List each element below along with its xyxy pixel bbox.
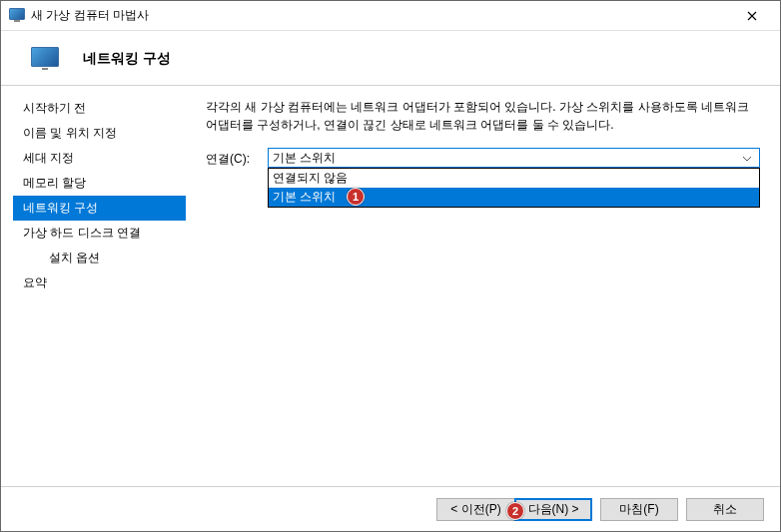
sidebar: 시작하기 전 이름 및 위치 지정 세대 지정 메모리 할당 네트워킹 구성 가…	[1, 86, 196, 475]
sidebar-item-memory[interactable]: 메모리 할당	[13, 171, 186, 196]
titlebar: 새 가상 컴퓨터 마법사	[1, 1, 780, 31]
sidebar-item-install-options[interactable]: 설치 옵션	[13, 246, 186, 270]
close-button[interactable]	[732, 2, 772, 30]
finish-button[interactable]: 마침(F)	[600, 498, 678, 521]
header-icon	[31, 47, 63, 71]
connection-combobox[interactable]: 기본 스위치	[268, 148, 760, 168]
sidebar-item-vhd[interactable]: 가상 하드 디스크 연결	[13, 221, 186, 246]
prev-button[interactable]: < 이전(P)	[436, 498, 514, 521]
sidebar-item-generation[interactable]: 세대 지정	[13, 146, 186, 171]
dropdown-option-not-connected[interactable]: 연결되지 않음	[269, 169, 759, 188]
content-area: 각각의 새 가상 컴퓨터에는 네트워크 어댑터가 포함되어 있습니다. 가상 스…	[196, 86, 780, 475]
cancel-button[interactable]: 취소	[686, 498, 764, 521]
prev-next-pair: < 이전(P) 다음(N) > 2	[436, 498, 592, 521]
next-button-label: 다음(N) >	[528, 501, 579, 518]
connection-combo-wrap: 기본 스위치 연결되지 않음 기본 스위치 1	[268, 148, 760, 168]
body: 시작하기 전 이름 및 위치 지정 세대 지정 메모리 할당 네트워킹 구성 가…	[1, 86, 780, 475]
connection-dropdown: 연결되지 않음 기본 스위치 1	[268, 168, 760, 208]
connection-row: 연결(C): 기본 스위치 연결되지 않음 기본 스위치 1	[206, 148, 760, 168]
next-button[interactable]: 다음(N) > 2	[514, 498, 592, 521]
sidebar-item-name-location[interactable]: 이름 및 위치 지정	[13, 121, 186, 146]
page-title: 네트워킹 구성	[83, 50, 171, 68]
dropdown-option-default-switch[interactable]: 기본 스위치 1	[269, 188, 759, 207]
app-icon	[9, 8, 25, 24]
sidebar-item-before-start[interactable]: 시작하기 전	[13, 96, 186, 121]
sidebar-item-summary[interactable]: 요약	[13, 270, 186, 295]
dropdown-option-label: 기본 스위치	[273, 190, 336, 204]
connection-selected-value: 기본 스위치	[273, 150, 739, 167]
description-text: 각각의 새 가상 컴퓨터에는 네트워크 어댑터가 포함되어 있습니다. 가상 스…	[206, 98, 760, 134]
chevron-down-icon	[739, 153, 755, 164]
footer-buttons: < 이전(P) 다음(N) > 2 마침(F) 취소	[1, 486, 780, 531]
callout-1: 1	[347, 188, 365, 206]
connection-label: 연결(C):	[206, 148, 268, 168]
window-title: 새 가상 컴퓨터 마법사	[31, 7, 732, 24]
wizard-header: 네트워킹 구성	[1, 31, 780, 85]
sidebar-item-networking[interactable]: 네트워킹 구성	[13, 196, 186, 221]
callout-2: 2	[506, 502, 524, 520]
